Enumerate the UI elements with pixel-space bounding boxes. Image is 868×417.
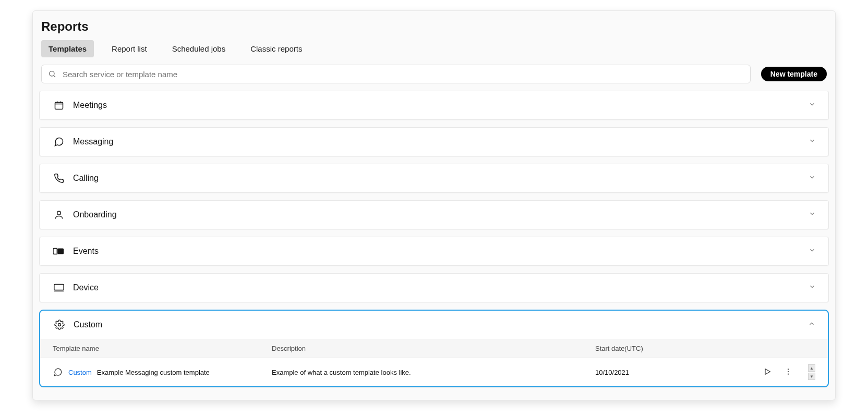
- cell-template-name: Custom Example Messaging custom template: [53, 367, 272, 377]
- svg-marker-11: [765, 369, 770, 374]
- svg-rect-2: [55, 102, 63, 109]
- search-field[interactable]: [41, 65, 751, 83]
- tab-templates[interactable]: Templates: [41, 40, 94, 57]
- device-icon: [52, 281, 66, 295]
- group-onboarding: Onboarding: [39, 200, 829, 229]
- chat-icon: [53, 367, 63, 377]
- custom-table-header: Template name Description Start date(UTC…: [40, 339, 828, 358]
- group-label: Messaging: [73, 137, 809, 146]
- group-header-messaging[interactable]: Messaging: [40, 128, 828, 156]
- reports-page: Reports Templates Report list Scheduled …: [32, 10, 836, 400]
- row-actions: ▲ ▼: [758, 364, 815, 380]
- group-label: Events: [73, 247, 809, 256]
- group-header-onboarding[interactable]: Onboarding: [40, 201, 828, 229]
- svg-point-13: [788, 371, 789, 372]
- column-header-date: Start date(UTC): [595, 345, 758, 352]
- phone-icon: [52, 171, 66, 185]
- chat-icon: [52, 135, 66, 149]
- new-template-button[interactable]: New template: [761, 67, 827, 81]
- svg-point-10: [58, 324, 61, 326]
- tab-report-list[interactable]: Report list: [104, 40, 154, 57]
- row-scroll: ▲ ▼: [808, 364, 815, 380]
- header: Reports Templates Report list Scheduled …: [33, 11, 835, 57]
- tabs: Templates Report list Scheduled jobs Cla…: [41, 40, 827, 57]
- chevron-down-icon: [809, 247, 816, 256]
- tab-classic-reports[interactable]: Classic reports: [243, 40, 309, 57]
- table-row: Custom Example Messaging custom template…: [40, 358, 828, 386]
- search-input[interactable]: [62, 69, 744, 79]
- chevron-up-icon: [808, 320, 815, 329]
- group-header-events[interactable]: Events: [40, 237, 828, 265]
- search-icon: [48, 70, 56, 78]
- svg-rect-8: [54, 285, 64, 290]
- svg-point-0: [50, 71, 54, 76]
- group-header-device[interactable]: Device: [40, 274, 828, 302]
- cell-date: 10/10/2021: [595, 369, 758, 376]
- ticket-icon: [52, 244, 66, 258]
- svg-line-1: [54, 76, 55, 77]
- chevron-down-icon: [809, 174, 816, 183]
- column-header-description: Description: [272, 345, 595, 352]
- group-header-custom[interactable]: Custom: [40, 311, 828, 339]
- more-vertical-icon: [784, 367, 792, 376]
- group-label: Device: [73, 283, 809, 292]
- group-custom: Custom Template name Description Start d…: [39, 310, 829, 387]
- group-label: Meetings: [73, 101, 809, 110]
- tab-scheduled-jobs[interactable]: Scheduled jobs: [165, 40, 233, 57]
- chevron-down-icon: [809, 210, 816, 219]
- more-actions-button[interactable]: [782, 365, 794, 379]
- group-label: Onboarding: [73, 210, 809, 219]
- scroll-up-button[interactable]: ▲: [808, 364, 815, 372]
- group-calling: Calling: [39, 164, 829, 193]
- svg-rect-7: [57, 249, 64, 254]
- toolbar: New template: [33, 65, 835, 91]
- cell-description: Example of what a custom template looks …: [272, 369, 595, 376]
- svg-point-6: [57, 211, 61, 215]
- custom-badge: Custom: [68, 369, 92, 376]
- group-events: Events: [39, 237, 829, 266]
- scroll-down-button[interactable]: ▼: [808, 373, 815, 380]
- chevron-down-icon: [809, 137, 816, 146]
- template-groups: Meetings Messaging: [33, 91, 835, 400]
- play-icon: [763, 367, 771, 376]
- group-messaging: Messaging: [39, 127, 829, 156]
- page-title: Reports: [41, 19, 827, 34]
- svg-point-14: [788, 373, 789, 374]
- group-label: Custom: [74, 320, 808, 329]
- group-device: Device: [39, 273, 829, 302]
- chevron-down-icon: [809, 101, 816, 110]
- template-name-text: Example Messaging custom template: [97, 369, 210, 376]
- group-meetings: Meetings: [39, 91, 829, 120]
- run-button[interactable]: [761, 365, 774, 379]
- group-header-calling[interactable]: Calling: [40, 164, 828, 192]
- calendar-icon: [52, 99, 66, 112]
- user-icon: [52, 208, 66, 222]
- group-label: Calling: [73, 174, 809, 183]
- group-header-meetings[interactable]: Meetings: [40, 91, 828, 119]
- svg-point-12: [788, 369, 789, 370]
- chevron-down-icon: [809, 283, 816, 292]
- gear-icon: [53, 318, 66, 332]
- column-header-name: Template name: [53, 345, 272, 352]
